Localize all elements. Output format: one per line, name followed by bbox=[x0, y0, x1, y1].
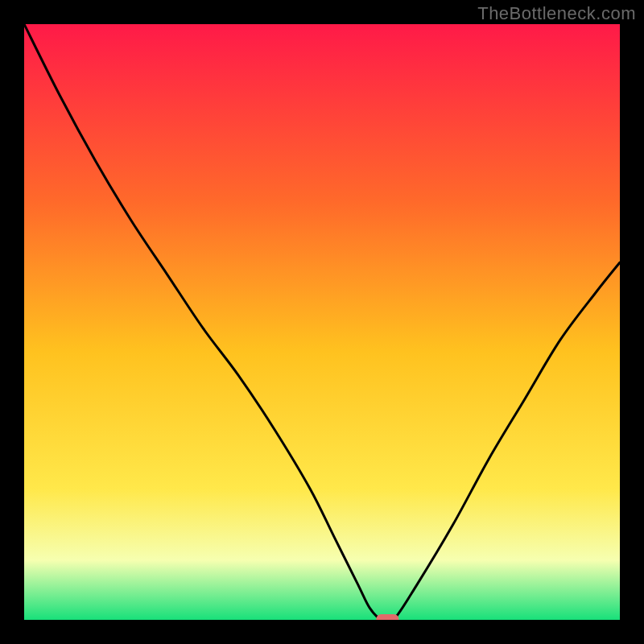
plot-area bbox=[24, 24, 620, 620]
chart-svg bbox=[24, 24, 620, 620]
attribution-text: TheBottleneck.com bbox=[477, 3, 636, 24]
chart-frame: TheBottleneck.com bbox=[0, 0, 644, 644]
gradient-background bbox=[24, 24, 620, 620]
optimal-marker bbox=[376, 614, 398, 620]
